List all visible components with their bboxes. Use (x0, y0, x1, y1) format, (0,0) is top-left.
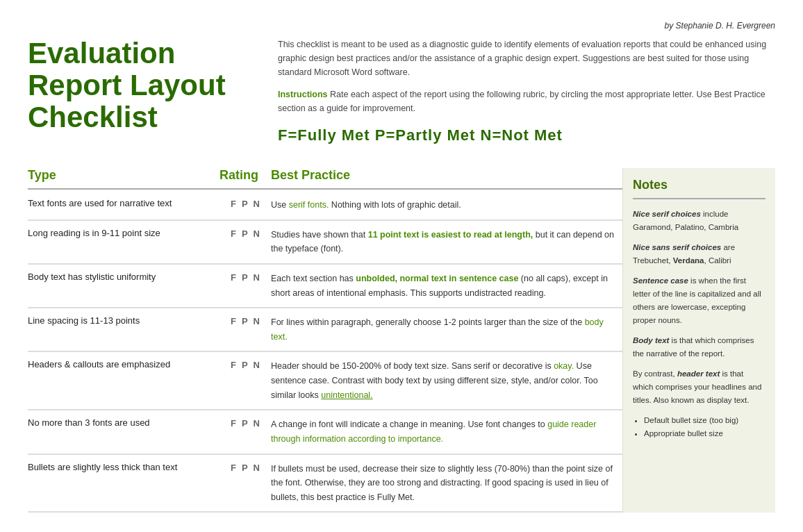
note-header-text: By contrast, header text is that which c… (633, 367, 765, 407)
ht-label: header text (677, 369, 720, 378)
type-cell-1: Text fonts are used for narrative text F… (28, 191, 264, 220)
intro-text: This checklist is meant to be used as a … (278, 38, 775, 79)
notes-header: Notes (633, 178, 765, 199)
type-header: Type (28, 168, 219, 183)
note-sans-serif: Nice sans serif choices are Trebuchet, V… (633, 241, 765, 267)
rating-f-4: F (231, 316, 236, 326)
row-1: Text fonts are used for narrative text F… (28, 191, 622, 221)
note-serif: Nice serif choices include Garamond, Pal… (633, 208, 765, 234)
rating-f-5: F (231, 360, 236, 370)
row-6: No more than 3 fonts are used F P N A ch… (28, 410, 622, 454)
top-section: Evaluation Report Layout Checklist This … (28, 38, 775, 147)
note-sentence-case: Sentence case is when the first letter o… (633, 274, 765, 327)
serif-label: Nice serif choices (633, 210, 701, 218)
bp-text-1: Use serif fonts. Nothing with lots of gr… (271, 200, 461, 210)
note-body-text: Body text is that which comprises the na… (633, 334, 765, 360)
header-row: Type Rating Best Practice (28, 168, 622, 190)
bt-label: Body text (633, 336, 669, 344)
main-title: Evaluation Report Layout Checklist (28, 38, 250, 134)
bullet-list: Default bullet size (too big) Appropriat… (633, 414, 765, 440)
type-text-6: No more than 3 fonts are used (28, 417, 215, 428)
notes-column: Notes Nice serif choices include Garamon… (622, 168, 775, 513)
bp-cell-6: A change in font will indicate a change … (264, 410, 622, 454)
rating-p-5: P (242, 360, 248, 370)
bp-cell-2: Studies have shown that 11 point text is… (264, 221, 622, 264)
rating-p-6: P (242, 418, 248, 429)
row-4: Line spacing is 11-13 points F P N For l… (28, 308, 622, 352)
type-text-3: Body text has stylistic uniformity (28, 272, 215, 282)
rating-header: Rating (219, 168, 264, 183)
ratings-7: F P N (215, 462, 260, 473)
rating-n-1: N (254, 199, 260, 209)
type-text-1: Text fonts are used for narrative text (28, 198, 215, 208)
type-cell-4: Line spacing is 11-13 points F P N (28, 308, 264, 351)
ratings-5: F P N (215, 359, 260, 370)
instructions-label: Instructions (278, 90, 328, 99)
type-text-4: Line spacing is 11-13 points (28, 315, 215, 326)
rating-p-2: P (242, 228, 248, 239)
rating-n-5: N (254, 360, 260, 370)
ratings-2: F P N (215, 228, 260, 239)
bp-cell-3: Each text section has unbolded, normal t… (264, 265, 622, 308)
bp-cell-7: If bullets must be used, decrease their … (264, 455, 622, 513)
rating-p-1: P (242, 199, 248, 209)
rating-f-1: F (231, 199, 236, 209)
type-text-7: Bullets are slightly less thick than tex… (28, 462, 215, 472)
rating-p-3: P (242, 272, 248, 283)
row-3: Body text has stylistic uniformity F P N… (28, 265, 622, 308)
rating-f-3: F (231, 272, 236, 283)
type-cell-5: Headers & callouts are emphasized F P N (28, 352, 264, 410)
rating-p-7: P (242, 463, 248, 473)
ratings-6: F P N (215, 417, 260, 429)
type-text-2: Long reading is in 9-11 point size (28, 228, 215, 238)
bp-cell-5: Header should be 150-200% of body text s… (264, 352, 622, 410)
type-text-5: Headers & callouts are emphasized (28, 359, 215, 369)
byline: by Stephanie D. H. Evergreen (28, 21, 775, 31)
bp-header: Best Practice (264, 168, 622, 183)
rating-n-3: N (254, 272, 260, 283)
rating-n-4: N (254, 316, 260, 326)
bullet-item-1: Default bullet size (too big) (644, 414, 765, 427)
bp-cell-1: Use serif fonts. Nothing with lots of gr… (264, 191, 622, 220)
row-5: Headers & callouts are emphasized F P N … (28, 352, 622, 410)
type-rating-header: Type Rating (28, 168, 264, 183)
intro-block: This checklist is meant to be used as a … (278, 38, 775, 147)
rating-p-4: P (242, 316, 248, 326)
rating-n-2: N (254, 228, 260, 239)
bullet-item-2: Appropriate bullet size (644, 427, 765, 440)
ratings-3: F P N (215, 272, 260, 283)
sc-label: Sentence case (633, 276, 688, 285)
title-block: Evaluation Report Layout Checklist (28, 38, 250, 147)
instructions-text: Instructions Rate each aspect of the rep… (278, 88, 775, 115)
rating-line: F=Fully Met P=Partly Met N=Not Met (278, 126, 775, 144)
rating-n-6: N (254, 418, 260, 429)
sans-label: Nice sans serif choices (633, 243, 721, 251)
calibri-text: , Calibri (704, 256, 731, 265)
instructions-body: Rate each aspect of the report using the… (278, 90, 765, 113)
verdana-text: Verdana (673, 256, 704, 265)
bp-cell-4: For lines within paragraph, generally ch… (264, 308, 622, 351)
type-cell-7: Bullets are slightly less thick than tex… (28, 455, 264, 513)
ratings-1: F P N (215, 198, 260, 209)
ht-intro: By contrast, (633, 369, 677, 378)
notes-content: Nice serif choices include Garamond, Pal… (633, 208, 765, 440)
main-table: Type Rating Best Practice Text fonts are… (28, 168, 775, 513)
rating-n-7: N (254, 463, 260, 473)
row-2: Long reading is in 9-11 point size F P N… (28, 221, 622, 265)
type-cell-2: Long reading is in 9-11 point size F P N (28, 221, 264, 264)
rating-f-7: F (231, 463, 236, 473)
page-container: by Stephanie D. H. Evergreen Evaluation … (28, 21, 775, 513)
type-cell-3: Body text has stylistic uniformity F P N (28, 265, 264, 308)
type-cell-6: No more than 3 fonts are used F P N (28, 410, 264, 454)
left-section: Type Rating Best Practice Text fonts are… (28, 168, 622, 513)
rating-f-2: F (231, 228, 236, 239)
row-7: Bullets are slightly less thick than tex… (28, 455, 622, 513)
rating-f-6: F (231, 418, 236, 429)
ratings-4: F P N (215, 315, 260, 326)
